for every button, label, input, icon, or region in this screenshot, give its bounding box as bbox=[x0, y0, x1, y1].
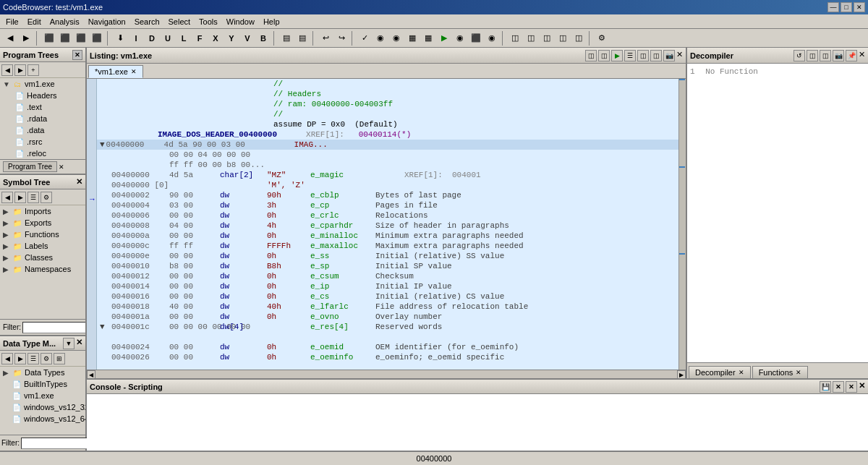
toolbar-btn-3[interactable]: ⬛ bbox=[42, 31, 56, 46]
row-00400006[interactable]: 00400006 00 00 dw 0h e_crlc Relocations bbox=[97, 210, 678, 221]
row-0040001c[interactable]: ▼ 0040001c 00 00 00 00 00 00 dw[4] e_res… bbox=[97, 322, 678, 332]
ptree-rdata[interactable]: 📄 .rdata bbox=[0, 113, 85, 124]
decompiler-tab[interactable]: Decompiler ✕ bbox=[689, 366, 751, 378]
menu-tools[interactable]: Tools bbox=[195, 16, 222, 27]
hscroll-left[interactable]: ◀ bbox=[87, 370, 95, 378]
toolbar-Y[interactable]: Y bbox=[224, 31, 239, 46]
decompiler-btn-2[interactable]: ◫ bbox=[807, 50, 818, 61]
symtree-labels[interactable]: ▶ 📁 Labels bbox=[0, 240, 85, 252]
console-btn-3[interactable]: ✕ bbox=[846, 381, 857, 393]
symtree-btn-2[interactable]: ▶ bbox=[14, 192, 26, 203]
dtm-btn-4[interactable]: ⚙ bbox=[41, 353, 52, 364]
toolbar-redo[interactable]: ↪ bbox=[334, 31, 349, 46]
row-00400012[interactable]: 00400012 00 00 dw 0h e_csum Checksum bbox=[97, 271, 678, 281]
toolbar-F[interactable]: F bbox=[192, 31, 207, 46]
program-tree-close-tab[interactable]: ✕ bbox=[59, 163, 64, 171]
toolbar-btn-q2[interactable]: ◫ bbox=[524, 31, 538, 46]
decompiler-close[interactable]: ✕ bbox=[859, 50, 865, 61]
maximize-button[interactable]: □ bbox=[841, 2, 852, 12]
functions-tab[interactable]: Functions ✕ bbox=[752, 366, 809, 378]
menu-help[interactable]: Help bbox=[259, 16, 284, 27]
toolbar-btn-p8[interactable]: ◉ bbox=[485, 31, 499, 46]
row-00400004[interactable]: 00400004 03 00 dw 3h e_cp Pages in file bbox=[97, 200, 678, 210]
decompiler-pin[interactable]: 📌 bbox=[846, 50, 857, 61]
toolbar-btn-q5[interactable]: ◫ bbox=[571, 31, 586, 46]
row-0040000c[interactable]: 0040000c ff ff dw FFFFh e_maxalloc Maxim… bbox=[97, 241, 678, 251]
row-0040001a[interactable]: 0040001a 00 00 dw 0h e_ovno Overlay numb… bbox=[97, 312, 678, 322]
symtree-exports[interactable]: ▶ 📁 Exports bbox=[0, 217, 85, 229]
toolbar-btn-p3[interactable]: ▦ bbox=[405, 31, 420, 46]
toolbar-check[interactable]: ✓ bbox=[357, 31, 372, 46]
symbol-tree-filter-input[interactable] bbox=[22, 322, 85, 333]
toolbar-btn-q1[interactable]: ◫ bbox=[508, 31, 522, 46]
listing-tab-vm1exe[interactable]: *vm1.exe ✕ bbox=[88, 65, 143, 78]
toolbar-forward-button[interactable]: ▶ bbox=[19, 31, 33, 46]
symtree-btn-1[interactable]: ◀ bbox=[1, 192, 13, 203]
dtm-btn-3[interactable]: ☰ bbox=[27, 353, 39, 364]
toolbar-D[interactable]: D bbox=[145, 31, 159, 46]
row-00400016[interactable]: 00400016 00 00 dw 0h e_cs Initial (relat… bbox=[97, 291, 678, 302]
symbol-tree-close[interactable]: ✕ bbox=[76, 177, 82, 187]
listing-right-scrollbar[interactable] bbox=[678, 79, 686, 370]
symtree-btn-4[interactable]: ⚙ bbox=[41, 192, 52, 203]
toolbar-U[interactable]: U bbox=[161, 31, 175, 46]
toolbar-btn-p7[interactable]: ⬛ bbox=[469, 31, 483, 46]
dtm-datatypes[interactable]: ▶ 📁 Data Types bbox=[0, 367, 85, 378]
dtm-winvs1264[interactable]: 📄 windows_vs12_64 bbox=[0, 413, 85, 425]
row-0040000a[interactable]: 0040000a 00 00 dw 0h e_minalloc Minimum … bbox=[97, 231, 678, 241]
dtm-dropdown[interactable]: ▼ bbox=[63, 338, 75, 349]
symtree-btn-3[interactable]: ☰ bbox=[27, 192, 39, 203]
toolbar-btn-r1[interactable]: ⚙ bbox=[595, 31, 609, 46]
menu-select[interactable]: Select bbox=[164, 16, 195, 27]
listing-snapshot[interactable]: 📷 bbox=[663, 50, 675, 61]
ptree-data[interactable]: 📄 .data bbox=[0, 124, 85, 136]
console-btn-2[interactable]: ✕ bbox=[833, 381, 844, 393]
decompiler-snapshot[interactable]: 📷 bbox=[833, 50, 844, 61]
listing-btn-1[interactable]: ◫ bbox=[585, 50, 597, 61]
toolbar-X[interactable]: X bbox=[208, 31, 223, 46]
toolbar-btn-m1[interactable]: ▤ bbox=[279, 31, 294, 46]
toolbar-run[interactable]: ▶ bbox=[437, 31, 451, 46]
listing-btn-6[interactable]: ◫ bbox=[650, 50, 662, 61]
program-trees-close[interactable]: ✕ bbox=[72, 50, 82, 60]
ptree-reloc[interactable]: 📄 .reloc bbox=[0, 148, 85, 159]
listing-code[interactable]: // // Headers // ram: 00400000-004003ff … bbox=[97, 79, 678, 370]
row-0040000e[interactable]: 0040000e 00 00 dw 0h e_ss Initial (relat… bbox=[97, 251, 678, 261]
row-00400010[interactable]: 00400010 b8 00 dw B8h e_sp Initial SP va… bbox=[97, 261, 678, 271]
ptree-text[interactable]: 📄 .text bbox=[0, 101, 85, 113]
toolbar-btn-m2[interactable]: ▤ bbox=[295, 31, 310, 46]
hscroll-track[interactable] bbox=[95, 370, 677, 378]
dtm-btn-1[interactable]: ◀ bbox=[1, 353, 13, 364]
menu-window[interactable]: Window bbox=[222, 16, 259, 27]
console-content[interactable] bbox=[87, 394, 868, 451]
symtree-namespaces[interactable]: ▶ 📁 Namespaces bbox=[0, 263, 85, 275]
console-btn-1[interactable]: 💾 bbox=[820, 381, 831, 393]
dtm-vm1exe[interactable]: 📄 vm1.exe bbox=[0, 390, 85, 401]
toolbar-undo[interactable]: ↩ bbox=[318, 31, 333, 46]
ptree-rsrc[interactable]: 📄 .rsrc bbox=[0, 136, 85, 148]
listing-close[interactable]: ✕ bbox=[676, 50, 683, 61]
toolbar-btn-4[interactable]: ⬛ bbox=[58, 31, 72, 46]
listing-row-char2[interactable]: 00400000 4d 5a char[2] "MZ" e_magic XREF… bbox=[97, 170, 678, 180]
ptree-btn-1[interactable]: ◀ bbox=[1, 64, 13, 76]
row-00400024[interactable]: 00400024 00 00 dw 0h e_oemid OEM identif… bbox=[97, 342, 678, 352]
toolbar-back-button[interactable]: ◀ bbox=[3, 31, 17, 46]
toolbar-B[interactable]: B bbox=[256, 31, 271, 46]
ptree-btn-3[interactable]: + bbox=[27, 64, 39, 76]
program-tree-tab[interactable]: Program Tree bbox=[3, 161, 57, 172]
row-00400008[interactable]: 00400008 04 00 dw 4h e_cparhdr Size of h… bbox=[97, 221, 678, 231]
decompiler-btn-3[interactable]: ◫ bbox=[820, 50, 831, 61]
hscroll-right[interactable]: ▶ bbox=[677, 370, 686, 378]
menu-edit[interactable]: Edit bbox=[23, 16, 46, 27]
menu-file[interactable]: File bbox=[1, 16, 23, 27]
toolbar-I[interactable]: I bbox=[129, 31, 143, 46]
symtree-imports[interactable]: ▶ 📁 Imports bbox=[0, 205, 85, 217]
toolbar-btn-5[interactable]: ⬛ bbox=[74, 31, 88, 46]
dtm-close[interactable]: ✕ bbox=[76, 338, 82, 349]
row-00400002[interactable]: 00400002 90 00 dw 90h e_cblp Bytes of la… bbox=[97, 190, 678, 200]
symtree-functions[interactable]: ▶ 📁 Functions bbox=[0, 229, 85, 240]
minimize-button[interactable]: — bbox=[827, 2, 839, 12]
dtm-btn-5[interactable]: ⊞ bbox=[54, 353, 65, 364]
listing-btn-4[interactable]: ☰ bbox=[624, 50, 636, 61]
listing-btn-3[interactable]: ▶ bbox=[611, 50, 623, 61]
